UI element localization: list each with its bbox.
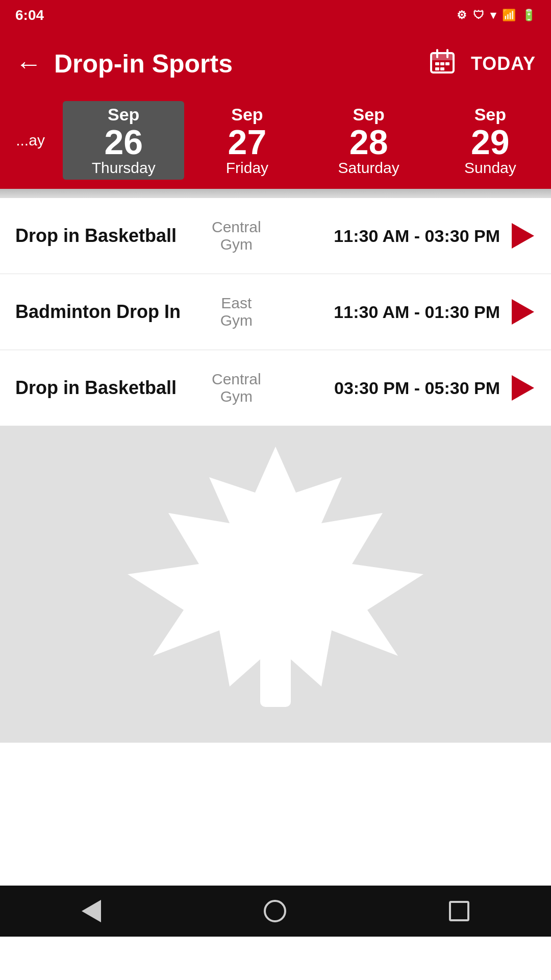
svg-rect-8 — [440, 67, 444, 70]
event-name: Drop in Basketball — [15, 377, 185, 399]
home-nav-icon — [264, 900, 286, 922]
date-tab-sep27[interactable]: Sep 27 Friday — [186, 97, 308, 184]
svg-rect-7 — [435, 67, 439, 70]
date-tab-weekday: Sunday — [464, 159, 516, 177]
today-button[interactable]: TODAY — [471, 53, 536, 75]
date-tab-month: Sep — [108, 105, 139, 125]
svg-rect-9 — [260, 646, 291, 707]
event-location: EastGym — [185, 295, 287, 329]
calendar-icon[interactable] — [429, 48, 456, 80]
play-icon — [512, 223, 534, 249]
scroll-indicator — [0, 189, 551, 198]
date-tab-sep25[interactable]: ...ay — [0, 97, 61, 184]
status-icons: ⚙ 🛡 ▾ 📶 🔋 — [457, 9, 536, 22]
back-nav-icon — [82, 900, 101, 922]
date-tab-sep26[interactable]: Sep 26 Thursday — [63, 101, 184, 180]
header-actions: TODAY — [429, 48, 536, 80]
svg-rect-4 — [435, 62, 439, 65]
event-location: CentralGym — [185, 371, 287, 405]
battery-icon: 🔋 — [522, 9, 536, 22]
svg-rect-1 — [431, 53, 454, 60]
page-title: Drop-in Sports — [54, 49, 429, 79]
settings-icon: ⚙ — [457, 9, 467, 22]
date-tab-month: Sep — [474, 105, 506, 125]
date-tab-weekday: ...ay — [16, 132, 45, 149]
list-item: Drop in Basketball CentralGym 03:30 PM -… — [0, 350, 551, 426]
wifi-icon: ▾ — [490, 9, 496, 22]
maple-leaf-logo — [97, 431, 454, 738]
date-tab-day: 29 — [471, 125, 510, 159]
date-tab-weekday: Friday — [226, 159, 268, 177]
event-play-button[interactable] — [510, 299, 536, 325]
event-time: 11:30 AM - 01:30 PM — [287, 302, 510, 322]
date-tab-day: 26 — [104, 125, 143, 159]
date-tab-sep29[interactable]: Sep 29 Sunday — [430, 97, 551, 184]
nav-home-button[interactable] — [264, 900, 286, 922]
shield-icon: 🛡 — [473, 9, 484, 22]
events-list: Drop in Basketball CentralGym 11:30 AM -… — [0, 198, 551, 426]
play-icon — [512, 375, 534, 401]
event-time: 11:30 AM - 03:30 PM — [287, 226, 510, 246]
svg-rect-6 — [445, 62, 449, 65]
play-icon — [512, 299, 534, 325]
recents-nav-icon — [449, 901, 469, 921]
event-name: Badminton Drop In — [15, 301, 185, 323]
date-tab-sep28[interactable]: Sep 28 Saturday — [308, 97, 430, 184]
watermark-area — [0, 426, 551, 743]
list-item: Badminton Drop In EastGym 11:30 AM - 01:… — [0, 274, 551, 350]
event-time: 03:30 PM - 05:30 PM — [287, 378, 510, 398]
event-name: Drop in Basketball — [15, 225, 185, 247]
nav-back-button[interactable] — [82, 900, 101, 922]
android-nav-bar — [0, 886, 551, 937]
date-tab-weekday: Thursday — [92, 159, 156, 177]
event-play-button[interactable] — [510, 223, 536, 249]
list-item: Drop in Basketball CentralGym 11:30 AM -… — [0, 198, 551, 274]
event-location: CentralGym — [185, 218, 287, 253]
status-time: 6:04 — [15, 7, 457, 23]
svg-rect-5 — [440, 62, 444, 65]
signal-icon: 📶 — [502, 9, 516, 22]
event-play-button[interactable] — [510, 375, 536, 401]
date-tab-day: 27 — [228, 125, 267, 159]
date-tab-day: 28 — [349, 125, 388, 159]
app-header: ← Drop-in Sports TODAY — [0, 31, 551, 97]
bottom-area — [0, 743, 551, 886]
status-bar: 6:04 ⚙ 🛡 ▾ 📶 🔋 — [0, 0, 551, 31]
back-button[interactable]: ← — [15, 51, 42, 77]
date-tab-month: Sep — [231, 105, 263, 125]
date-tab-weekday: Saturday — [338, 159, 399, 177]
nav-recents-button[interactable] — [449, 901, 469, 921]
date-tab-month: Sep — [353, 105, 384, 125]
date-tabs-bar: ...ay Sep 26 Thursday Sep 27 Friday Sep … — [0, 97, 551, 189]
